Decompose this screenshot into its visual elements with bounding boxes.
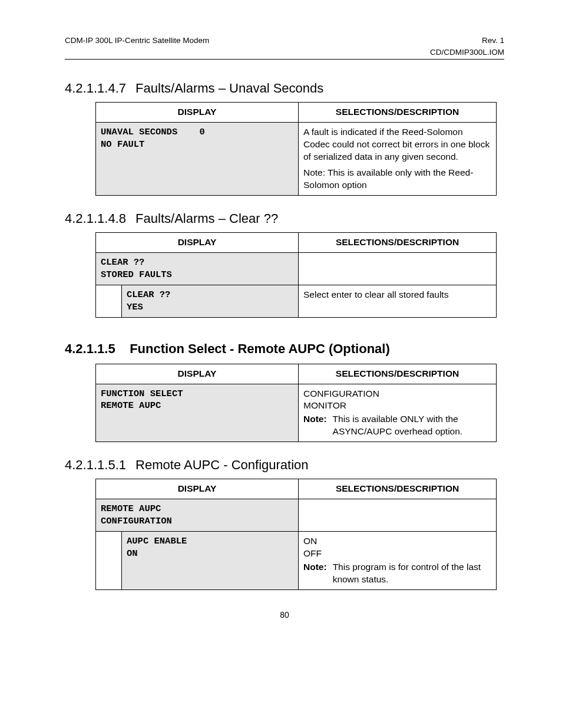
description-cell: ON OFF Note: This program is for control… — [299, 531, 497, 589]
description-cell: Select enter to clear all stored faults — [299, 285, 497, 317]
sub-stub — [96, 285, 122, 317]
lcd-display: AUPC ENABLE ON — [122, 531, 299, 589]
header-rule — [65, 59, 504, 60]
lcd-display: UNAVAL SECONDS 0 NO FAULT — [96, 123, 299, 196]
lcd-display: REMOTE AUPC CONFIGURATION — [96, 499, 299, 532]
table-unaval-seconds: DISPLAY SELECTIONS/DESCRIPTION UNAVAL SE… — [95, 102, 497, 196]
col-display: DISPLAY — [96, 103, 299, 123]
col-desc: SELECTIONS/DESCRIPTION — [299, 232, 497, 252]
desc-line: OFF — [303, 548, 491, 560]
desc-line: CONFIGURATION — [303, 388, 491, 400]
description-cell: CONFIGURATION MONITOR Note: This is avai… — [299, 384, 497, 442]
page-number: 80 — [65, 610, 504, 620]
section-number: 4.2.1.1.5 — [65, 341, 126, 357]
section-title: Faults/Alarms – Clear ?? — [135, 211, 278, 226]
page-header: CDM-IP 300L IP-Centric Satellite Modem R… — [65, 35, 504, 60]
section-heading: 4.2.1.1.4.8 Faults/Alarms – Clear ?? — [65, 211, 504, 226]
section-heading: 4.2.1.1.5 Function Select - Remote AUPC … — [65, 341, 504, 357]
col-desc: SELECTIONS/DESCRIPTION — [299, 103, 497, 123]
desc-note: Note: This is available only with the Re… — [303, 167, 491, 192]
section-title: Remote AUPC - Configuration — [135, 457, 308, 472]
section-number: 4.2.1.1.4.7 — [65, 81, 126, 96]
section-number: 4.2.1.1.5.1 — [65, 457, 126, 473]
col-display: DISPLAY — [96, 232, 299, 252]
note-row: Note: This is available ONLY with the AS… — [303, 413, 491, 438]
table-function-select: DISPLAY SELECTIONS/DESCRIPTION FUNCTION … — [95, 364, 497, 443]
note-label: Note: — [303, 561, 327, 586]
header-right-1: Rev. 1 — [482, 35, 504, 46]
section-number: 4.2.1.1.4.8 — [65, 211, 126, 226]
note-text: This program is for control of the last … — [333, 561, 491, 586]
desc-line: MONITOR — [303, 400, 491, 412]
description-cell — [299, 499, 497, 532]
section-heading: 4.2.1.1.5.1 Remote AUPC - Configuration — [65, 457, 504, 473]
note-row: Note: This program is for control of the… — [303, 561, 491, 586]
description-cell — [299, 252, 497, 285]
col-display: DISPLAY — [96, 364, 299, 384]
sub-stub — [96, 531, 122, 589]
lcd-display: CLEAR ?? YES — [122, 285, 299, 317]
section-heading: 4.2.1.1.4.7 Faults/Alarms – Unaval Secon… — [65, 81, 504, 96]
desc-text: A fault is indicated if the Reed-Solomon… — [303, 126, 491, 163]
table-remote-aupc-config: DISPLAY SELECTIONS/DESCRIPTION REMOTE AU… — [95, 479, 497, 589]
lcd-display: CLEAR ?? STORED FAULTS — [96, 252, 299, 285]
col-display: DISPLAY — [96, 479, 299, 499]
section-title: Function Select - Remote AUPC (Optional) — [130, 341, 390, 356]
col-desc: SELECTIONS/DESCRIPTION — [299, 364, 497, 384]
section-title: Faults/Alarms – Unaval Seconds — [135, 81, 323, 95]
note-text: This is available ONLY with the ASYNC/AU… — [333, 413, 491, 438]
description-cell: A fault is indicated if the Reed-Solomon… — [299, 123, 497, 196]
header-left: CDM-IP 300L IP-Centric Satellite Modem — [65, 35, 209, 46]
table-clear: DISPLAY SELECTIONS/DESCRIPTION CLEAR ?? … — [95, 232, 497, 318]
desc-line: ON — [303, 535, 491, 548]
col-desc: SELECTIONS/DESCRIPTION — [299, 479, 497, 499]
header-right-2: CD/CDMIP300L.IOM — [430, 47, 504, 58]
lcd-display: FUNCTION SELECT REMOTE AUPC — [96, 384, 299, 442]
note-label: Note: — [303, 413, 327, 438]
